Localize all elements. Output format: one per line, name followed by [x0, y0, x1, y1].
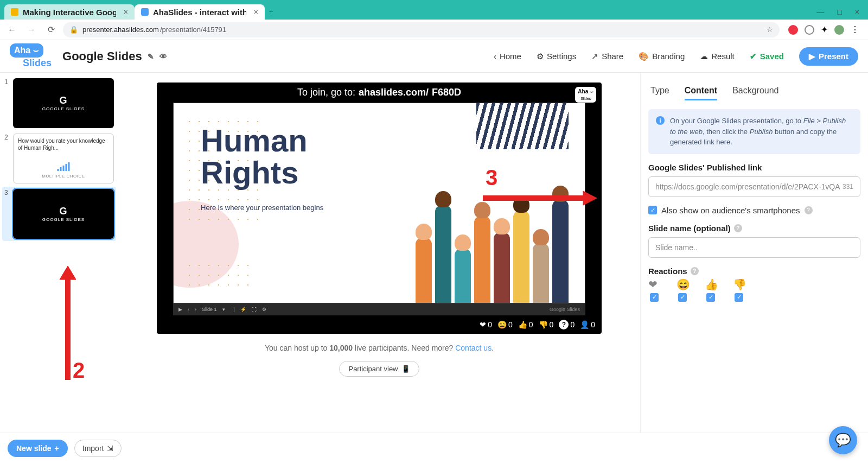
heart-icon: ❤: [480, 320, 486, 329]
edit-icon[interactable]: ✎: [148, 52, 154, 61]
app-header: Aha ⌣ Slides Google Slides ✎ 👁 ‹Home ⚙Se…: [0, 40, 868, 73]
tab-background[interactable]: Background: [732, 83, 778, 100]
tab-content[interactable]: Content: [685, 83, 717, 100]
prev-icon[interactable]: ‹: [188, 307, 189, 312]
import-icon: ⇲: [107, 444, 113, 453]
saved-status: ✔Saved: [750, 52, 784, 61]
new-tab-button[interactable]: +: [265, 4, 277, 20]
thumbs-up-icon: 👍: [518, 320, 527, 329]
published-link-label: Google Slides' Published link: [648, 163, 860, 172]
dropdown-icon[interactable]: ▾: [222, 307, 225, 312]
next-icon[interactable]: ›: [195, 307, 196, 312]
chat-icon: 💬: [835, 433, 851, 448]
hands-illustration: [416, 200, 569, 303]
nav-result[interactable]: ☁Result: [700, 52, 735, 61]
extensions-puzzle-icon[interactable]: ✦: [821, 24, 828, 35]
slide-type-label: MULTIPLE CHOICE: [14, 174, 113, 179]
favicon-icon: [11, 8, 18, 16]
slide-number: 2: [4, 134, 10, 183]
extension-icons: ✦ ⋮: [784, 24, 864, 35]
question-icon: ?: [559, 320, 569, 329]
slide-body: HumanRights Here is where your presentat…: [173, 103, 585, 303]
close-icon[interactable]: ×: [124, 8, 128, 16]
cloud-icon: ☁: [700, 52, 708, 61]
ahaslides-logo[interactable]: Aha ⌣ Slides: [10, 43, 52, 69]
heart-icon: ❤: [648, 278, 660, 290]
reaction-dislike[interactable]: 👎0: [539, 320, 554, 329]
reaction-heart[interactable]: ❤0: [480, 320, 492, 329]
ext-icon[interactable]: [788, 25, 798, 35]
close-icon[interactable]: ×: [254, 8, 258, 16]
footer: New slide+ Import⇲: [0, 433, 868, 463]
join-code: F680D: [432, 87, 461, 98]
settings-icon[interactable]: ⚙: [262, 307, 266, 312]
panel-tabs: Type Content Background: [648, 83, 860, 100]
nav-home[interactable]: ‹Home: [494, 52, 521, 61]
show-smartphones-checkbox[interactable]: ✓ Also show on audience's smartphones ?: [648, 206, 860, 215]
chat-fab[interactable]: 💬: [829, 426, 857, 454]
minimize-icon[interactable]: —: [816, 8, 824, 16]
published-link-input[interactable]: https://docs.google.com/presentation/d/e…: [648, 176, 860, 197]
nav-branding[interactable]: 🎨Branding: [639, 52, 685, 61]
help-icon[interactable]: ?: [805, 206, 813, 214]
slide-title: HumanRights: [201, 125, 308, 189]
gear-icon: ⚙: [537, 52, 544, 61]
ext-icon[interactable]: [805, 25, 814, 35]
join-prefix: To join, go to:: [297, 87, 355, 98]
slide-thumbnail-1[interactable]: 1 GGOOGLE SLIDES: [4, 78, 114, 128]
help-icon[interactable]: ?: [734, 224, 742, 232]
reaction-dislike-checkbox[interactable]: ✓: [735, 293, 743, 302]
kebab-menu-icon[interactable]: ⋮: [851, 24, 859, 35]
title-text: Google Slides: [62, 49, 142, 64]
browser-tab-1[interactable]: Making Interactive Google Slides ×: [4, 4, 135, 20]
nav-share[interactable]: ↗Share: [591, 52, 623, 61]
browser-tab-2[interactable]: AhaSlides - interact with your au ×: [135, 4, 265, 20]
presentation-title: Google Slides ✎ 👁: [62, 49, 167, 64]
reaction-question[interactable]: ?0: [559, 320, 575, 329]
profile-avatar-icon[interactable]: [834, 25, 844, 35]
join-host: ahaslides.com/: [359, 87, 429, 98]
reaction-like[interactable]: 👍0: [518, 320, 533, 329]
reaction-laugh[interactable]: 😄0: [497, 320, 513, 329]
play-icon: ▶: [809, 52, 815, 61]
back-icon[interactable]: ←: [4, 22, 20, 37]
nav-settings[interactable]: ⚙Settings: [537, 52, 576, 61]
present-button[interactable]: ▶Present: [799, 47, 858, 66]
slide-number: 1: [4, 78, 10, 128]
slides-sidebar: 1 GGOOGLE SLIDES 2 How would you rate yo…: [0, 73, 118, 463]
help-icon[interactable]: ?: [691, 267, 699, 275]
slide-canvas: To join, go to: ahaslides.com/F680D Aha …: [118, 73, 640, 463]
slide-subtitle: Here is where your presentation begins: [201, 204, 323, 212]
char-count: 331: [843, 183, 853, 191]
gs-logo: GGOOGLE SLIDES: [42, 95, 85, 111]
new-slide-button[interactable]: New slide+: [8, 440, 68, 457]
bookmark-star-icon[interactable]: ☆: [767, 26, 773, 34]
main-area: 1 GGOOGLE SLIDES 2 How would you rate yo…: [0, 73, 868, 463]
slide-name-input[interactable]: Slide name..: [648, 237, 860, 258]
slide-preview: To join, go to: ahaslides.com/F680D Aha …: [157, 83, 602, 334]
eye-icon[interactable]: 👁: [159, 52, 167, 61]
pointer-icon[interactable]: ⚡: [240, 307, 246, 312]
chevron-left-icon: ‹: [494, 52, 496, 61]
slide-indicator: Slide 1: [202, 307, 217, 312]
laugh-icon: 😄: [676, 278, 688, 290]
reaction-heart-checkbox[interactable]: ✓: [650, 293, 659, 302]
fullscreen-icon[interactable]: ⛶: [252, 307, 257, 312]
reaction-laugh-checkbox[interactable]: ✓: [678, 293, 687, 302]
tab-type[interactable]: Type: [650, 83, 669, 100]
slide-thumbnail-2[interactable]: 2 How would you rate your knowledge of H…: [4, 134, 114, 183]
reaction-like-checkbox[interactable]: ✓: [706, 293, 715, 302]
participant-view-button[interactable]: Participant view📱: [339, 361, 419, 377]
close-window-icon[interactable]: ×: [855, 8, 859, 16]
thumbs-down-icon: 👎: [733, 278, 745, 290]
forward-icon[interactable]: →: [24, 22, 39, 37]
contact-link[interactable]: Contact us: [455, 344, 492, 352]
reload-icon[interactable]: ⟳: [43, 22, 59, 37]
url-input[interactable]: 🔒 presenter.ahaslides.com/presentation/4…: [63, 22, 780, 37]
maximize-icon[interactable]: □: [837, 8, 841, 16]
import-button[interactable]: Import⇲: [74, 440, 122, 457]
browser-tabs: Making Interactive Google Slides × AhaSl…: [0, 4, 868, 20]
reactions-label: Reactions?: [648, 267, 860, 276]
play-icon[interactable]: ▶: [178, 307, 182, 312]
slide-thumbnail-3[interactable]: 3 GGOOGLE SLIDES: [2, 187, 116, 241]
